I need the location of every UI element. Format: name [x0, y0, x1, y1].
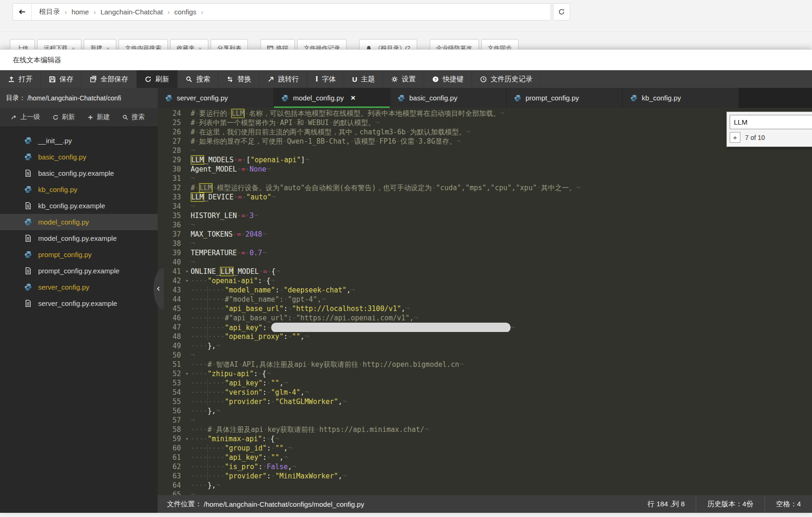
code-line[interactable]: 44········#"model_name":·"gpt-4",¬	[158, 295, 812, 304]
code-line[interactable]: 41▾ONLINE_LLM_MODEL·=·{¬	[158, 267, 812, 276]
refresh-icon	[558, 8, 565, 15]
editor-button-刷新[interactable]: 刷新	[137, 70, 178, 88]
editor-button-全部保存[interactable]: 全部保存	[82, 70, 137, 88]
code-editor[interactable]: 24#·要运行的·LLM·名称，可以包括本地模型和在线模型。列表中本地模型将在启…	[158, 108, 812, 495]
code-line[interactable]: 32#·LLM·模型运行设备。设为"auto"会自动检测(会有警告)，也可手动设…	[158, 183, 812, 192]
breadcrumb-item[interactable]: Langchain-Chatchat	[100, 8, 163, 16]
code-line[interactable]: 26#·在这里，我们使用目前主流的两个离线模型，其中，chatglm3-6b·为…	[158, 127, 812, 137]
code-line[interactable]: 56····},¬	[158, 406, 812, 416]
file-item-basic_config.py[interactable]: basic_config.py	[0, 149, 158, 165]
code-token: key获取请前往	[267, 425, 315, 434]
code-line[interactable]: 59▾····"minimax-api":·{¬	[158, 434, 812, 444]
code-token: ¬	[305, 156, 309, 164]
code-line[interactable]: 54········"version":·"glm-4",¬	[158, 388, 812, 397]
file-item-prompt_config.py[interactable]: prompt_config.py	[0, 246, 158, 263]
editor-button-搜索[interactable]: 搜索	[178, 70, 219, 88]
breadcrumb-item[interactable]: configs	[174, 8, 197, 16]
code-line[interactable]: 35HISTORY_LEN·=·3¬	[158, 211, 812, 220]
code-line[interactable]: 45········"api_base_url":·"http://localh…	[158, 304, 812, 313]
file-item-__init__.py[interactable]: __init__.py	[0, 133, 158, 149]
fold-arrow-icon[interactable]: ▾	[183, 369, 191, 378]
tab-basic_config.py[interactable]: basic_config.py	[390, 88, 506, 108]
code-line[interactable]: 43········"model_name":·"deepseek-chat",…	[158, 285, 812, 295]
tab-model_config.py[interactable]: model_config.py×	[274, 88, 390, 108]
editor-button-文件历史记录[interactable]: 文件历史记录	[472, 70, 541, 88]
sidebar-action-上一级[interactable]: 上一级	[11, 113, 40, 121]
code-token: =	[263, 267, 267, 276]
expand-search-button[interactable]: +	[730, 132, 740, 143]
code-line[interactable]: 31¬	[158, 174, 812, 183]
code-line[interactable]: 27#·如果你的显存不足，可使用·Qwen-1_8B-Chat,·该模型·FP1…	[158, 137, 812, 146]
file-item-server_config.py[interactable]: server_config.py	[0, 279, 158, 295]
back-button[interactable]	[13, 4, 32, 20]
code-line[interactable]: 25#·列表中第一个模型将作为·API·和·WEBUI·的默认模型。¬	[158, 118, 812, 127]
code-line[interactable]: 60········"group_id":·"",¬	[158, 444, 812, 453]
code-line[interactable]: 63········"provider":·"MiniMaxWorker",¬	[158, 471, 812, 481]
editor-button-字体[interactable]: I字体	[307, 70, 344, 88]
editor-button-主题[interactable]: U主题	[344, 70, 383, 88]
code-line[interactable]: 55········"provider":·"ChatGLMWorker",¬	[158, 397, 812, 406]
code-line[interactable]: 40¬	[158, 258, 812, 267]
code-line[interactable]: 51····#·智谱AI·API,具体注册及api·key获取请前往·http:…	[158, 360, 812, 369]
editor-button-打开[interactable]: 打开	[0, 70, 41, 88]
code-line[interactable]: 29LLM_MODELS·=·["openai-api"]¬	[158, 155, 812, 165]
editor-button-替换[interactable]: 替换	[219, 70, 260, 88]
code-line[interactable]: 48········"openai_proxy":·"",¬	[158, 332, 812, 341]
code-line[interactable]: 24#·要运行的·LLM·名称，可以包括本地模型和在线模型。列表中本地模型将在启…	[158, 109, 812, 118]
fold-arrow-icon[interactable]: ▾	[183, 276, 191, 285]
code-line[interactable]: 49····},¬	[158, 341, 812, 351]
editor-button-设置[interactable]: 设置	[383, 70, 424, 88]
tab-kb_config.py[interactable]: kb_config.py	[623, 88, 739, 108]
code-line[interactable]: 46········#"api_base_url":·"https://api.…	[158, 313, 812, 323]
indent-spaces[interactable]: 空格：4	[765, 495, 812, 513]
code-token: 2048	[245, 230, 262, 239]
code-line[interactable]: 28¬	[158, 146, 812, 155]
breadcrumb-item[interactable]: home	[72, 8, 89, 16]
file-item-basic_config.py.example[interactable]: basic_config.py.example	[0, 165, 158, 181]
file-item-model_config.py.example[interactable]: model_config.py.example	[0, 230, 158, 246]
code-line[interactable]: 52▾····"zhipu-api":·{¬	[158, 369, 812, 378]
code-line[interactable]: 37MAX_TOKENS·=·2048¬	[158, 230, 812, 239]
sidebar-action-搜索[interactable]: 搜索	[122, 113, 145, 121]
code-token: ¬	[253, 212, 258, 220]
code-line[interactable]: 50¬	[158, 351, 812, 360]
line-number: 31	[158, 174, 183, 183]
code-line[interactable]: 38¬	[158, 239, 812, 248]
code-line[interactable]: 57¬	[158, 416, 812, 425]
code-line[interactable]: 30Agent_MODEL·=·None¬	[158, 165, 812, 174]
file-item-kb_config.py[interactable]: kb_config.py	[0, 181, 158, 198]
code-line[interactable]: 33LLM_DEVICE·=·"auto"¬	[158, 192, 812, 202]
code-line[interactable]: 34¬	[158, 202, 812, 211]
tab-prompt_config.py[interactable]: prompt_config.py	[506, 88, 622, 108]
code-line[interactable]: 42▾····"openai-api":·{¬	[158, 276, 812, 285]
line-number: 58	[158, 425, 183, 434]
editor-button-跳转行[interactable]: 跳转行	[260, 70, 307, 88]
close-icon[interactable]: ×	[351, 93, 355, 103]
file-item-kb_config.py.example[interactable]: kb_config.py.example	[0, 198, 158, 214]
sidebar-action-新建[interactable]: 新建	[87, 113, 110, 121]
code-line[interactable]: 61········"api_key":·"",¬	[158, 453, 812, 462]
breadcrumb-item[interactable]: 根目录	[39, 7, 60, 16]
sidebar-action-刷新[interactable]: 刷新	[53, 113, 75, 121]
code-line[interactable]: 39TEMPERATURE·=·0.7¬	[158, 248, 812, 258]
tab-server_config.py[interactable]: server_config.py	[158, 88, 273, 108]
file-item-server_config.py.example[interactable]: server_config.py.example	[0, 295, 158, 312]
code-line[interactable]: 47········"api_key":·¬	[158, 323, 812, 332]
editor-button-保存[interactable]: 保存	[41, 70, 82, 88]
file-item-prompt_config.py.example[interactable]: prompt_config.py.example	[0, 263, 158, 279]
code-token: ¬	[288, 444, 292, 452]
fold-arrow-icon[interactable]: ▾	[183, 267, 191, 276]
editor-button-快捷键[interactable]: ?快捷键	[424, 70, 472, 88]
code-line[interactable]: 53········"api_key":·"",¬	[158, 378, 812, 388]
code-line[interactable]: 36¬	[158, 220, 812, 230]
code-line-content: ¬	[191, 202, 812, 211]
fold-arrow-icon[interactable]: ▾	[183, 434, 191, 444]
code-line[interactable]: 65¬	[158, 490, 812, 495]
history-versions[interactable]: 历史版本：4份	[696, 495, 764, 513]
code-line[interactable]: 58····#·具体注册及api·key获取请前往·https://api.mi…	[158, 425, 812, 434]
refresh-button[interactable]	[553, 3, 570, 20]
code-line[interactable]: 62········"is_pro":·False,¬	[158, 462, 812, 471]
code-line[interactable]: 64····},¬	[158, 481, 812, 490]
search-query-input[interactable]	[730, 115, 812, 129]
file-item-model_config.py[interactable]: model_config.py	[0, 214, 158, 230]
